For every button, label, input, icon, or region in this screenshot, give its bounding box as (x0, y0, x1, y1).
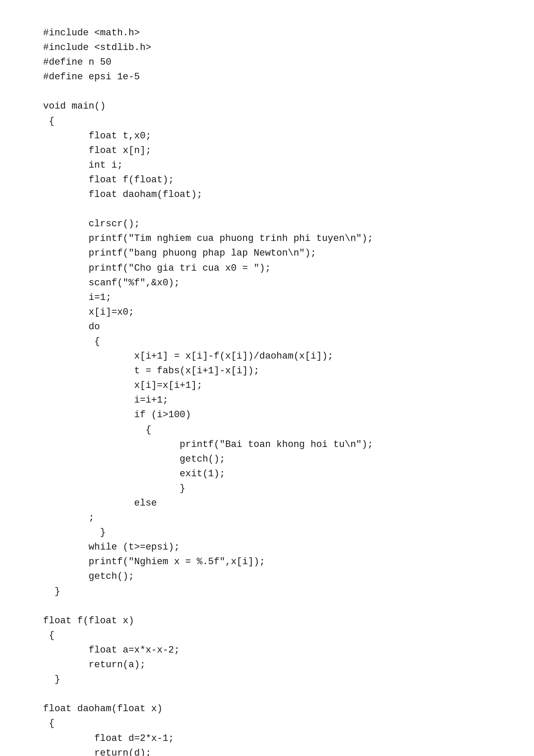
page: #include <math.h> #include <stdlib.h> #d… (0, 0, 534, 756)
code-content: #include <math.h> #include <stdlib.h> #d… (43, 26, 500, 756)
